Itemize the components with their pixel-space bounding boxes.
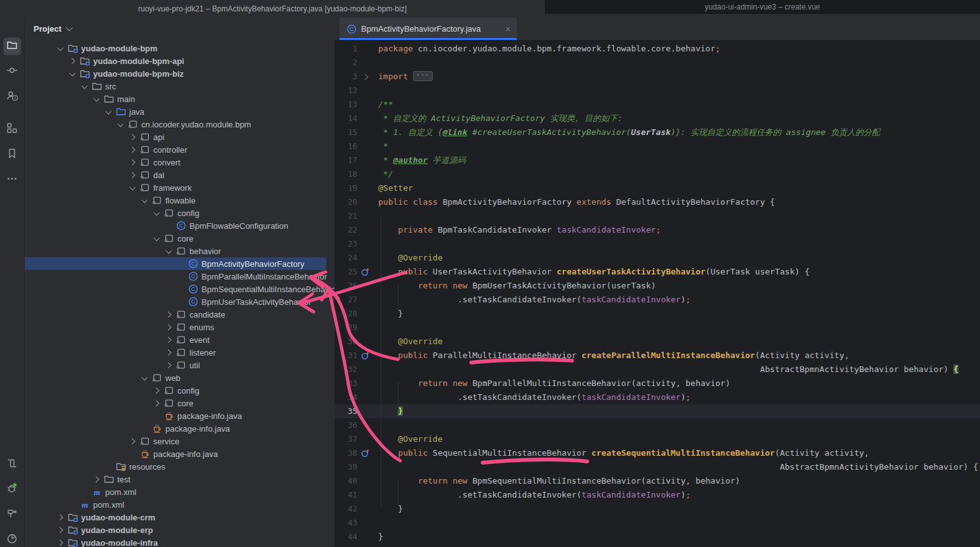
chevron-down-icon[interactable] xyxy=(151,232,163,245)
code-line-33[interactable]: 33 return new BpmParallelMultiInstanceBe… xyxy=(334,376,980,390)
code-line-14[interactable]: 14 * 自定义的 ActivityBehaviorFactory 实现类, 目… xyxy=(334,112,980,125)
chevron-right-icon[interactable] xyxy=(55,524,67,536)
chevron-right-icon[interactable] xyxy=(163,346,175,359)
code-line-42[interactable]: 42 } xyxy=(334,502,980,516)
code-line-31[interactable]: 31 public ParallelMultiInstanceBehavior … xyxy=(334,349,980,363)
chevron-right-icon[interactable] xyxy=(55,511,67,524)
tree-item-util[interactable]: util xyxy=(25,359,334,371)
commit-tool-button[interactable] xyxy=(3,63,21,80)
tree-item-candidate[interactable]: candidate xyxy=(25,308,334,321)
chevron-right-icon[interactable] xyxy=(163,321,175,333)
chevron-right-icon[interactable] xyxy=(163,308,175,321)
tree-item-convert[interactable]: convert xyxy=(25,156,334,169)
tree-item-yudao-module-bpm-api[interactable]: yudao-module-bpm-api xyxy=(25,55,334,67)
code-line-3[interactable]: 3import ··· xyxy=(334,70,980,84)
chevron-down-icon[interactable] xyxy=(115,118,127,131)
code-line-2[interactable]: 2 xyxy=(334,56,980,70)
profiler-tool-button[interactable] xyxy=(3,531,21,547)
code-line-29[interactable]: 29 xyxy=(334,321,980,335)
tree-item-service[interactable]: service xyxy=(25,435,334,447)
tree-item-java[interactable]: java xyxy=(25,105,334,118)
code-line-38[interactable]: 38 public SequentialMultiInstanceBehavio… xyxy=(334,446,980,460)
code-line-39[interactable]: 39 AbstractBpmnActivityBehavior behavior… xyxy=(334,460,980,474)
chevron-right-icon[interactable] xyxy=(163,333,175,346)
chevron-right-icon[interactable] xyxy=(151,397,163,409)
code-line-21[interactable]: 21 xyxy=(334,209,980,223)
code-line-35[interactable]: 35 } xyxy=(334,404,980,418)
services-tool-button[interactable] xyxy=(3,456,21,473)
chevron-down-icon[interactable] xyxy=(55,42,67,55)
code-line-17[interactable]: 17 * @author 芋道源码 xyxy=(334,153,980,167)
tree-item-config[interactable]: config xyxy=(25,384,334,397)
chevron-right-icon[interactable] xyxy=(91,473,103,486)
tree-item-BpmFlowableConfiguration[interactable]: CBpmFlowableConfiguration xyxy=(25,219,334,232)
code-line-20[interactable]: 20public class BpmActivityBehaviorFactor… xyxy=(334,195,980,209)
code-line-19[interactable]: 19@Setter xyxy=(334,181,980,195)
chevron-down-icon[interactable] xyxy=(151,207,163,219)
code-line-28[interactable]: 28 } xyxy=(334,307,980,321)
tree-item-event[interactable]: event xyxy=(25,333,334,346)
debug-tool-button[interactable] xyxy=(3,480,21,498)
code-line-41[interactable]: 41 .setTaskCandidateInvoker(taskCandidat… xyxy=(334,488,980,502)
chevron-right-icon[interactable] xyxy=(55,536,67,547)
tree-item-resources[interactable]: resources xyxy=(25,460,334,473)
tree-item-web[interactable]: web xyxy=(25,371,334,384)
tree-item-BpmUserTaskActivityBehavior[interactable]: CBpmUserTaskActivityBehavior xyxy=(25,295,334,308)
more-tools-button[interactable] xyxy=(3,171,21,189)
tree-item-core[interactable]: core xyxy=(25,232,334,245)
code-line-26[interactable]: 26 return new BpmUserTaskActivityBehavio… xyxy=(334,279,980,293)
overrides-method-icon[interactable] xyxy=(357,265,372,279)
tree-item-dal[interactable]: dal xyxy=(25,169,334,181)
chevron-right-icon[interactable] xyxy=(127,143,139,156)
tree-item-test[interactable]: test xyxy=(25,473,334,486)
tree-item-api[interactable]: api xyxy=(25,131,334,143)
tree-item-config[interactable]: config xyxy=(25,207,334,219)
structure-tool-button[interactable] xyxy=(3,120,21,138)
overrides-method-icon[interactable] xyxy=(357,446,372,460)
code-line-15[interactable]: 15 * 1. 自定义 {@link #createUserTaskActivi… xyxy=(334,125,980,139)
project-tool-button[interactable] xyxy=(3,37,21,55)
tree-item-package-info.java[interactable]: package-info.java xyxy=(25,447,334,460)
chevron-down-icon[interactable] xyxy=(139,194,151,207)
tab-BpmActivityBehaviorFactory[interactable]: C BpmActivityBehaviorFactory.java × xyxy=(340,18,517,40)
folded-imports-badge[interactable]: ··· xyxy=(413,71,433,81)
chevron-right-icon[interactable] xyxy=(127,156,139,169)
tree-item-BpmActivityBehaviorFactory[interactable]: CBpmActivityBehaviorFactory xyxy=(25,257,326,270)
code-line-23[interactable]: 23 xyxy=(334,237,980,251)
code-line-24[interactable]: 24 @Override xyxy=(334,251,980,265)
tree-item-framework[interactable]: framework xyxy=(25,181,334,194)
chevron-right-icon[interactable] xyxy=(67,55,79,67)
pull-requests-tool-button[interactable]: ? xyxy=(3,88,21,106)
code-line-22[interactable]: 22 private BpmTaskCandidateInvoker taskC… xyxy=(334,223,980,237)
code-line-37[interactable]: 37 @Override xyxy=(334,432,980,446)
tree-item-controller[interactable]: controller xyxy=(25,143,334,156)
overrides-method-icon[interactable] xyxy=(357,349,372,363)
chevron-down-icon[interactable] xyxy=(103,105,115,118)
chevron-down-icon[interactable] xyxy=(127,181,139,194)
code-line-44[interactable]: 44} xyxy=(334,530,980,544)
tree-item-package-info.java[interactable]: package-info.java xyxy=(25,409,334,422)
chevron-down-icon[interactable] xyxy=(91,93,103,105)
code-line-32[interactable]: 32 AbstractBpmnActivityBehavior behavior… xyxy=(334,363,980,376)
chevron-down-icon[interactable] xyxy=(66,24,73,31)
tree-item-cn.iocoder.yudao.module.bpm[interactable]: cn.iocoder.yudao.module.bpm xyxy=(25,118,334,131)
chevron-down-icon[interactable] xyxy=(79,80,91,93)
close-icon[interactable]: × xyxy=(506,24,511,34)
background-window-title[interactable]: yudao-ui-admin-vue3 – create.vue xyxy=(545,0,980,14)
chevron-down-icon[interactable] xyxy=(67,67,79,80)
tree-item-pom.xml[interactable]: mpom.xml xyxy=(25,486,334,498)
chevron-right-icon[interactable] xyxy=(163,359,175,371)
tree-item-behavior[interactable]: behavior xyxy=(25,245,334,257)
code-line-43[interactable]: 43 xyxy=(334,516,980,530)
tree-item-yudao-module-crm[interactable]: yudao-module-crm xyxy=(25,511,334,524)
code-line-36[interactable]: 36 xyxy=(334,418,980,432)
tree-item-BpmParallelMultiInstanceBehavior[interactable]: CBpmParallelMultiInstanceBehavior xyxy=(25,270,334,283)
chevron-right-icon[interactable] xyxy=(151,384,163,397)
tree-item-yudao-module-bpm[interactable]: yudao-module-bpm xyxy=(25,42,334,55)
fold-chevron-icon[interactable] xyxy=(357,70,372,84)
tree-item-flowable[interactable]: flowable xyxy=(25,194,334,207)
code-line-16[interactable]: 16 * xyxy=(334,139,980,153)
chevron-right-icon[interactable] xyxy=(127,169,139,181)
code-area[interactable]: 1package cn.iocoder.yudao.module.bpm.fra… xyxy=(334,40,980,547)
code-line-34[interactable]: 34 .setTaskCandidateInvoker(taskCandidat… xyxy=(334,390,980,404)
